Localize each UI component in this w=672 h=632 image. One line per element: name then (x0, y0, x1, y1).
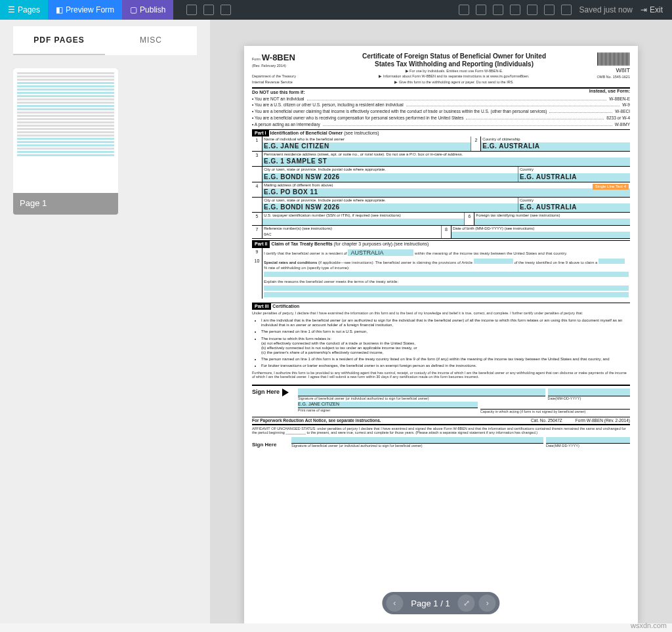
f10e: Explain the reasons the beneficial owner… (264, 280, 629, 284)
dn5r: W-8IMY (615, 122, 630, 127)
signature2-field[interactable] (291, 437, 543, 444)
part3-badge: Part III (252, 303, 271, 310)
f4c-value[interactable]: E.G. BONDI NSW 2026 (262, 203, 518, 212)
pdf-document[interactable]: Form W-8BEN (Rev. February 2014) Departm… (244, 46, 638, 623)
f7-label: Reference number(s) (see instructions) (262, 226, 441, 232)
form-rev: (Rev. February 2014) (252, 64, 286, 68)
field-upload-icon[interactable] (544, 5, 555, 15)
f9-value[interactable]: AUSTRALIA (348, 249, 413, 257)
f2-value[interactable]: E.G. AUSTRALIA (481, 142, 630, 151)
field-rect-icon[interactable] (459, 5, 469, 15)
left-tool-icons (186, 5, 231, 15)
pages-button[interactable]: ☰Pages (0, 0, 48, 20)
omb: OMB No. 1545-1621 (597, 75, 630, 79)
publish-button[interactable]: ▢Publish (122, 0, 173, 20)
sig-date-label: Date(MM-DD-YYYY) (548, 396, 631, 401)
field-check-icon[interactable] (476, 5, 486, 15)
print-name-label: Print name of signer (298, 408, 478, 413)
f10-income[interactable] (264, 272, 629, 277)
exit-label: Exit (650, 5, 663, 14)
page-thumbnail[interactable]: Page 1 (13, 68, 118, 215)
thumbnail-preview (13, 68, 118, 193)
page-indicator: Page 1 / 1 (407, 599, 453, 608)
title-line1: Certificate of Foreign Status of Benefic… (362, 53, 546, 60)
top-toolbar: ☰Pages ◧Preview Form ▢Publish Saved just… (0, 0, 672, 20)
dn2: • You are a U.S. citizen or other U.S. p… (252, 102, 404, 108)
saved-status: Saved just now (579, 5, 633, 14)
capacity-field[interactable] (480, 402, 630, 410)
dn1r: W-8BEN-E (609, 96, 630, 102)
sig2-date-label: Date(MM-DD-YYYY) (546, 444, 630, 448)
f1-value[interactable]: E.G. JANE CITIZEN (262, 142, 471, 151)
f6-num: 6 (464, 213, 474, 225)
part1-see: (see instructions) (344, 131, 379, 135)
f3c-label: City or town, state or province. Include… (262, 167, 518, 173)
cert-3: The income to which this form relates is… (261, 337, 331, 341)
f3c-value[interactable]: E.G. BONDI NSW 2026 (262, 173, 518, 182)
sig2-date-field[interactable] (546, 437, 630, 444)
dn3: • You are a beneficial owner claiming th… (252, 109, 547, 114)
canvas-area: Form W-8BEN (Rev. February 2014) Departm… (210, 20, 672, 623)
dn2r: W-9 (622, 102, 630, 108)
f4-value[interactable]: E.G. PO BOX 11 (262, 188, 630, 197)
f3-value[interactable]: E.G. 1 SAMPLE ST (262, 158, 630, 166)
f10a: Special rates and conditions (264, 261, 317, 264)
f8-value[interactable] (452, 232, 630, 238)
f10b: (if applicable—see instructions): The be… (318, 261, 472, 264)
preview-button[interactable]: ◧Preview Form (48, 0, 122, 20)
cert-1: I am the individual that is the benefici… (261, 318, 630, 327)
f9a: I certify that the beneficial owner is a… (264, 251, 347, 255)
field-list-icon[interactable] (493, 5, 503, 15)
bullet2: ▶ Information about Form W-8BEN and its … (379, 74, 529, 78)
cat-no: Cat. No. 25047Z (531, 418, 562, 423)
w8it: W8IT (616, 67, 631, 74)
fullscreen-button[interactable]: ⤢ (458, 595, 475, 612)
dn3r: W-8ECI (615, 109, 630, 114)
f10-num: 10 (252, 257, 262, 299)
affidavit: AFFIDAVIT OF UNCHANGED STATUS: under pen… (252, 427, 630, 435)
cert-6: Furthermore, I authorize this form to be… (252, 371, 630, 379)
prev-page-button[interactable]: ‹ (386, 595, 403, 612)
tool-icon-1[interactable] (186, 5, 197, 15)
sign-here-2: Sign Here (252, 442, 291, 448)
exit-button[interactable]: ⇥Exit (640, 5, 663, 14)
cert-2: The person named on line 1 of this form … (261, 329, 630, 334)
tool-icon-2[interactable] (203, 5, 214, 15)
tool-icon-3[interactable] (220, 5, 231, 15)
title-line2: States Tax Withholding and Reporting (In… (375, 60, 534, 68)
sign-here: Sign Here (252, 389, 280, 395)
publish-icon: ▢ (130, 5, 137, 14)
pages-label: Pages (18, 5, 40, 14)
f7-below: 0AC (262, 232, 441, 238)
signature-field[interactable] (298, 389, 545, 396)
part2-title: Claim of Tax Treaty Benefits (271, 242, 332, 246)
cert-3c: (c) the partner's share of a partnership… (261, 350, 383, 354)
part2-sub: (for chapter 3 purposes only) (see instr… (334, 242, 429, 246)
field-edit-icon[interactable] (510, 5, 520, 15)
f10-article[interactable] (474, 259, 513, 264)
next-page-button[interactable]: › (479, 595, 496, 612)
field-tag-orange[interactable]: Single Line Text 4 (593, 184, 629, 190)
f4ct-value[interactable]: E.G. AUSTRALIA (518, 203, 630, 212)
sidebar: PDF PAGES MISC Page 1 (0, 20, 210, 623)
sig-date-field[interactable] (548, 389, 631, 396)
f5-value[interactable] (262, 219, 464, 225)
irs: Internal Revenue Service (252, 80, 293, 84)
print-name-value[interactable]: E.G. JANE CITIZEN (298, 402, 478, 408)
tab-misc[interactable]: MISC (105, 26, 197, 55)
f10-rate[interactable] (598, 259, 625, 264)
f6-value[interactable] (474, 219, 630, 225)
tab-pdf-pages[interactable]: PDF PAGES (13, 26, 105, 55)
exit-icon: ⇥ (640, 5, 647, 14)
field-image-icon[interactable] (527, 5, 537, 15)
f10c: of the treaty identified on line 9 above… (514, 261, 597, 264)
f10-explain2[interactable] (264, 292, 629, 297)
f10-explain1[interactable] (264, 285, 629, 291)
field-text-icon[interactable] (561, 5, 572, 15)
pages-icon: ☰ (8, 5, 15, 14)
f9b: within the meaning of the income tax tre… (415, 251, 567, 255)
f3ct-value[interactable]: E.G. AUSTRALIA (518, 173, 630, 182)
part3-title: Certification (272, 304, 299, 308)
dept: Department of the Treasury (252, 74, 296, 78)
right-tool-icons (459, 5, 572, 15)
